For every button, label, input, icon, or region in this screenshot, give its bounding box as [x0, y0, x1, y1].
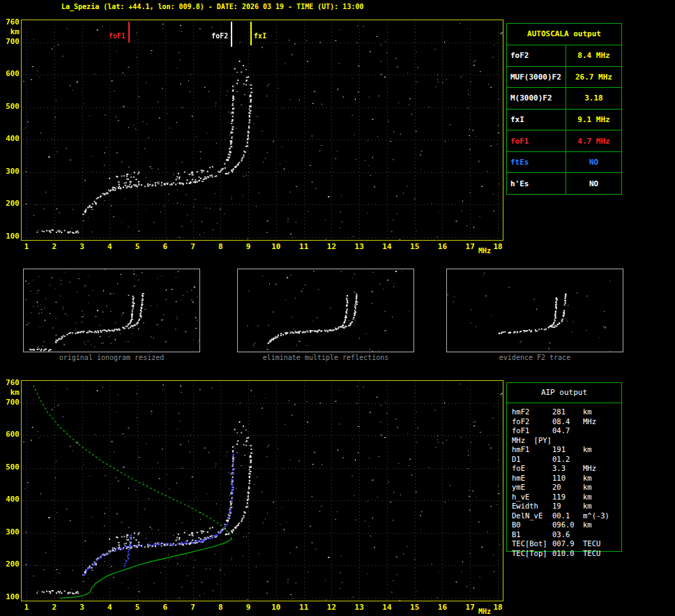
aip-param-unit: MHz [PY] — [512, 436, 552, 446]
autoscala-row-ftEs: ftEsNO — [507, 151, 621, 173]
aip-rows: hmF2281kmfoF208.4MHzfoF104.7MHz [PY]hmF1… — [507, 403, 621, 558]
aip-param-value: 01.2 — [552, 455, 583, 465]
autoscala-row-h'Es: h'EsNO — [507, 172, 621, 194]
thumbnail-eliminate-canvas — [238, 269, 414, 352]
autoscala-rows: foF28.4 MHzMUF(3000)F226.7 MHzM(3000)F23… — [507, 45, 621, 194]
x-tick-label: 17 — [464, 243, 476, 251]
aip-param-unit: km — [583, 493, 592, 502]
autoscala-row-foF2: foF28.4 MHz — [507, 45, 621, 66]
x-tick-label: 12 — [325, 243, 338, 251]
x-tick-label: 16 — [436, 603, 448, 612]
autoscala-param-label: foF1 — [507, 130, 566, 151]
aip-row-foE: foE3.3MHz — [512, 464, 621, 474]
x-tick-label: 4 — [103, 243, 116, 251]
x-tick-label: 8 — [214, 603, 227, 612]
aip-param-name: h_vE — [512, 493, 552, 502]
x-tick-label: 11 — [298, 603, 310, 612]
aip-row-Ewidth: Ewidth19km — [512, 502, 621, 511]
caption-original-ionogram: original ionogram resized — [23, 354, 200, 361]
x-tick-label: 3 — [76, 603, 89, 612]
thumbnail-eliminate-reflections — [237, 269, 414, 352]
autoscala-param-value: 8.4 MHz — [566, 45, 621, 66]
x-tick-label: 4 — [103, 603, 116, 612]
x-tick-label: 11 — [298, 243, 310, 251]
aip-row-DelN_vE: DelN_vE00.1m^(-3) — [512, 511, 621, 521]
autoscala-row-foF1: foF14.7 MHz — [507, 130, 621, 151]
aip-ionogram-canvas — [21, 380, 503, 601]
autoscala-row-M(3000)F2: M(3000)F23.18 — [507, 87, 621, 109]
y-tick-label: 200 — [1, 560, 20, 569]
thumbnail-original-ionogram — [23, 269, 200, 352]
y-tick-label: 400 — [1, 135, 20, 143]
autoscala-param-label: ftEs — [507, 152, 566, 173]
x-axis-unit-label: MHz — [478, 608, 491, 616]
aip-row-hmE: hmE110km — [512, 474, 621, 483]
main-ionogram-canvas — [21, 20, 503, 241]
aip-param-value: 281 — [552, 407, 583, 417]
y-tick-label: 600 — [1, 70, 20, 78]
aip-param-name: D1 — [512, 455, 552, 465]
y-tick-label: 300 — [1, 528, 20, 536]
x-tick-label: 16 — [436, 243, 448, 251]
aip-param-unit: TECU — [583, 549, 600, 559]
aip-param-value: 20 — [552, 483, 583, 493]
thumbnail-f2-canvas — [447, 269, 623, 352]
x-tick-label: 2 — [48, 243, 61, 251]
y-tick-label: 500 — [1, 463, 20, 472]
caption-eliminate-reflections: eliminate multiple reflections — [237, 354, 414, 361]
autoscala-param-label: M(3000)F2 — [507, 88, 566, 109]
y-tick-label: 100 — [1, 593, 20, 601]
aip-param-unit: m^(-3) — [583, 511, 609, 521]
x-tick-label: 10 — [270, 243, 282, 251]
thumbnail-original-canvas — [24, 269, 199, 352]
x-tick-label: 3 — [76, 243, 89, 251]
y-axis-unit-label: km — [1, 28, 20, 36]
aip-param-name: foF1 — [512, 426, 552, 436]
x-axis-unit-label: MHz — [478, 247, 491, 255]
aip-param-unit: MHz — [583, 464, 596, 474]
x-tick-label: 1 — [20, 243, 33, 251]
autoscala-row-fxI: fxI9.1 MHz — [507, 109, 621, 130]
aip-param-value: 010.0 — [552, 549, 583, 559]
aip-param-value: 00.1 — [552, 511, 583, 521]
x-tick-label: 13 — [353, 243, 365, 251]
y-tick-label: 760 — [1, 379, 20, 387]
autoscala-param-value: 26.7 MHz — [566, 67, 621, 88]
aip-row-TEC[Bot]: TEC[Bot]007.9TECU — [512, 539, 621, 549]
aip-param-value: 19 — [552, 502, 583, 511]
aip-row-TEC[Top]: TEC[Top]010.0TECU — [512, 549, 621, 559]
x-tick-label: 7 — [187, 603, 199, 612]
aip-param-unit: MHz — [583, 417, 596, 427]
aip-param-name: B1 — [512, 530, 552, 540]
aip-param-name: DelN_vE — [512, 511, 552, 521]
x-tick-label: 12 — [325, 603, 338, 612]
x-tick-label: 17 — [464, 603, 476, 612]
aip-param-unit: km — [583, 445, 592, 455]
autoscala-param-label: foF2 — [507, 45, 566, 66]
caption-f2-trace: evidence F2 trace — [446, 354, 623, 361]
aip-row-foF2: foF208.4MHz — [512, 417, 621, 427]
aip-row-D1: D101.2 — [512, 455, 621, 465]
aip-param-value: 03.6 — [552, 530, 583, 540]
autoscala-param-value: 9.1 MHz — [566, 110, 621, 130]
aip-row-hmF1: hmF1191km — [512, 445, 621, 455]
x-tick-label: 5 — [131, 603, 144, 612]
station-title: La_Spezia (lat: +44.1, lon: 009.8) - DAT… — [61, 3, 363, 10]
x-tick-label: 7 — [187, 243, 199, 251]
aip-row-h_vE: h_vE119km — [512, 493, 621, 502]
x-tick-label: 15 — [409, 243, 421, 251]
autoscala-param-label: fxI — [507, 110, 566, 130]
aip-row-hmF2: hmF2281km — [512, 407, 621, 417]
aip-param-unit: km — [583, 520, 592, 530]
aip-param-name: TEC[Bot] — [512, 539, 552, 549]
aip-param-unit: km — [583, 502, 592, 511]
aip-param-name: foF2 — [512, 417, 552, 427]
y-tick-label: 100 — [1, 232, 20, 241]
y-tick-label: 700 — [1, 38, 20, 46]
autoscala-param-value: 4.7 MHz — [566, 130, 621, 151]
autoscala-window: La_Spezia (lat: +44.1, lon: 009.8) - DAT… — [0, 0, 675, 616]
autoscala-param-value: NO — [566, 173, 621, 194]
x-tick-label: 2 — [48, 603, 61, 612]
aip-param-value: 119 — [552, 493, 583, 502]
aip-row-B0: B0096.0km — [512, 520, 621, 530]
